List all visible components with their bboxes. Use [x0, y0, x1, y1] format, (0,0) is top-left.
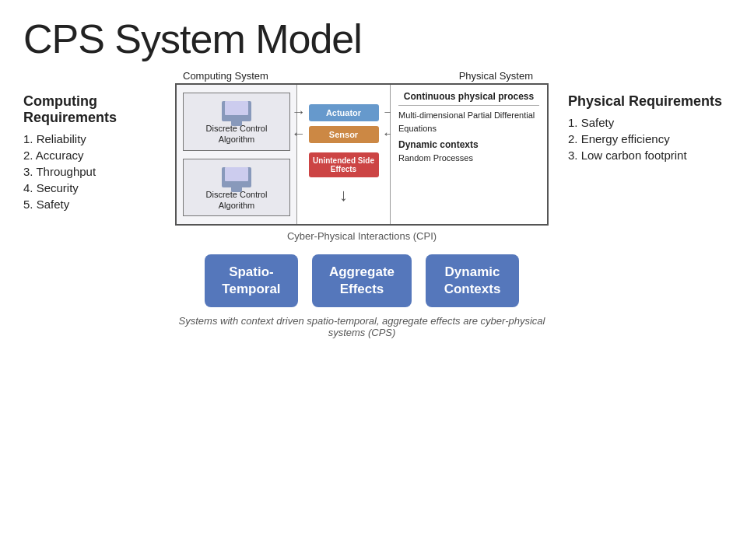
physical-req-list: 1. Safety 2. Energy efficiency 3. Low ca… — [568, 116, 724, 162]
monitor-screen-top — [225, 101, 248, 115]
computing-req-item-1: 1. Reliability — [23, 132, 156, 145]
sensor-button: Sensor — [309, 126, 379, 143]
cpi-label: Cyber-Physical Interactions (CPI) — [175, 230, 549, 242]
left-column: Computing Requirements 1. Reliability 2.… — [23, 70, 156, 214]
center-diagram: Computing System Physical System Discret… — [156, 70, 568, 338]
physical-system-label: Physical System — [459, 70, 533, 82]
bottom-caption: Systems with context driven spatio-tempo… — [175, 315, 549, 338]
monitor-icon-top — [222, 101, 251, 121]
aggregate-effects-button[interactable]: AggregateEffects — [312, 254, 412, 307]
computing-system-label: Computing System — [183, 70, 268, 82]
right-column: Physical Requirements 1. Safety 2. Energ… — [568, 70, 724, 165]
monitor-icon-bottom — [222, 167, 251, 187]
page-title: CPS System Model — [23, 16, 724, 62]
computing-req-item-4: 4. Security — [23, 181, 156, 194]
physical-req-item-2: 2. Energy efficiency — [568, 132, 724, 145]
spatio-temporal-button[interactable]: Spatio-Temporal — [205, 254, 298, 307]
diagram-box: Discrete Control Algorithm Discrete Cont… — [175, 83, 549, 226]
interactions-panel: → Actuator → ← Sensor ← Unintended Side … — [297, 85, 391, 224]
random-processes-text: Random Processes — [398, 152, 539, 165]
physical-req-item-1: 1. Safety — [568, 116, 724, 129]
computing-req-item-5: 5. Safety — [23, 198, 156, 211]
down-arrow-icon: ↓ — [339, 185, 348, 205]
physical-system-panel: Continuous physical process Multi-dimens… — [391, 85, 547, 224]
monitor-screen-bottom — [225, 167, 248, 181]
diagram-area: Computing System Physical System Discret… — [175, 70, 549, 338]
bottom-buttons: Spatio-Temporal AggregateEffects Dynamic… — [175, 254, 549, 307]
computing-req-item-3: 3. Throughput — [23, 165, 156, 178]
dca-label-top: Discrete Control Algorithm — [190, 123, 283, 145]
side-effects-button: Unintended Side Effects — [309, 152, 379, 177]
computing-req-list: 1. Reliability 2. Accuracy 3. Throughput… — [23, 132, 156, 211]
continuous-title: Continuous physical process — [398, 91, 539, 106]
dynamic-contexts-label: Dynamic contexts — [398, 139, 539, 150]
actuator-button: Actuator — [309, 104, 379, 121]
computing-req-heading: Computing Requirements — [23, 93, 156, 126]
dynamic-contexts-button[interactable]: DynamicContexts — [426, 254, 519, 307]
physical-req-item-3: 3. Low carbon footprint — [568, 149, 724, 162]
system-labels: Computing System Physical System — [175, 70, 549, 82]
dca-box-bottom: Discrete Control Algorithm — [183, 159, 290, 217]
dca-box-top: Discrete Control Algorithm — [183, 93, 290, 151]
multi-dim-text: Multi-dimensional Partial Differential E… — [398, 109, 539, 135]
dca-label-bottom: Discrete Control Algorithm — [190, 189, 283, 212]
main-content: Computing Requirements 1. Reliability 2.… — [23, 70, 724, 338]
page: CPS System Model Computing Requirements … — [0, 0, 747, 560]
computing-system-panel: Discrete Control Algorithm Discrete Cont… — [177, 85, 297, 224]
computing-req-item-2: 2. Accuracy — [23, 149, 156, 162]
physical-req-heading: Physical Requirements — [568, 93, 724, 110]
